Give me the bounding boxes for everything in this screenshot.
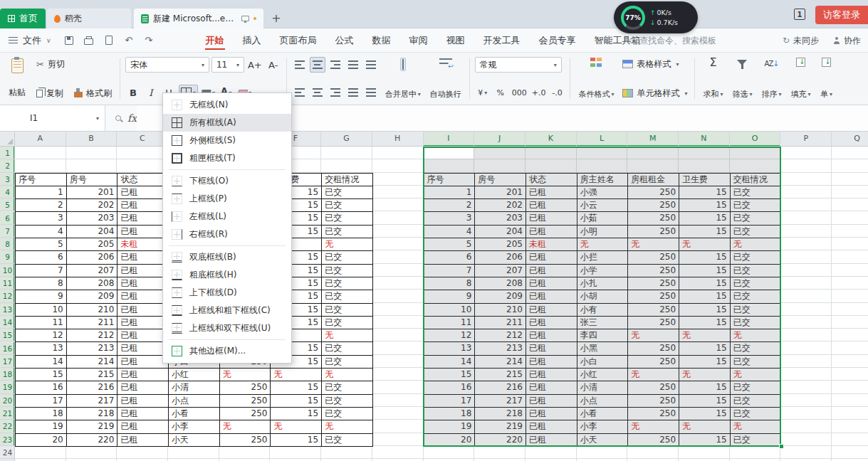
table-cell[interactable]: 204 <box>475 226 526 238</box>
table-cell[interactable]: 已租 <box>117 186 169 199</box>
table-cell[interactable]: 250 <box>220 408 271 420</box>
table-cell[interactable]: 已租 <box>526 212 577 225</box>
table-cell[interactable]: 已租 <box>117 277 169 290</box>
undo-button[interactable]: ↶ <box>122 35 135 46</box>
table-cell[interactable]: 已租 <box>526 342 577 355</box>
table-cell[interactable]: 203 <box>67 212 118 225</box>
table-cell[interactable]: 已交 <box>731 342 782 355</box>
table-cell[interactable]: 无 <box>679 329 731 342</box>
table-header-cell[interactable]: 交租情况 <box>731 174 782 186</box>
table-cell[interactable]: 无 <box>731 329 782 342</box>
file-menu[interactable]: 文件 ∨ <box>0 34 60 47</box>
table-cell[interactable]: 已交 <box>731 226 782 238</box>
home-tab[interactable]: 首页 <box>0 9 46 28</box>
menu-tab-页面布局[interactable]: 页面布局 <box>271 28 326 52</box>
table-header-cell[interactable]: 状态 <box>117 174 169 186</box>
table-cell[interactable]: 无 <box>628 238 679 251</box>
select-all-corner[interactable] <box>0 132 15 147</box>
table-cell[interactable]: 小茹 <box>577 212 629 225</box>
visitor-login-button[interactable]: 访客登录 <box>815 6 868 24</box>
table-cell[interactable]: 已租 <box>526 186 577 199</box>
row-header-12[interactable]: 12 <box>0 290 15 302</box>
row-header-17[interactable]: 17 <box>0 355 15 368</box>
table-cell[interactable]: 2 <box>424 199 476 212</box>
border-menu-item[interactable]: 双底框线(B) <box>163 248 291 266</box>
border-menu-item[interactable]: 无框线(N) <box>163 96 291 114</box>
save-button[interactable] <box>63 35 75 46</box>
table-cell[interactable]: 无 <box>679 238 731 251</box>
row-header-23[interactable]: 23 <box>0 433 15 446</box>
row-header-16[interactable]: 16 <box>0 342 15 355</box>
table-cell[interactable]: 已租 <box>526 317 577 329</box>
print-button[interactable] <box>83 35 95 46</box>
print-preview-button[interactable] <box>103 35 115 46</box>
table-cell[interactable]: 小看 <box>577 408 629 420</box>
table-cell[interactable]: 216 <box>475 381 526 394</box>
table-cell[interactable]: 220 <box>475 434 526 447</box>
table-cell[interactable]: 已租 <box>117 317 169 329</box>
conditional-format-button[interactable]: 条件格式▾ <box>575 56 617 101</box>
table-cell[interactable]: 小胡 <box>577 290 629 303</box>
menu-tab-公式[interactable]: 公式 <box>326 28 363 52</box>
row-header-13[interactable]: 13 <box>0 303 15 316</box>
table-cell[interactable]: 209 <box>475 290 526 303</box>
table-cell[interactable]: 已交 <box>731 212 782 225</box>
table-cell[interactable]: 20 <box>16 434 67 447</box>
name-box[interactable]: I1 ▾ <box>0 105 105 131</box>
table-cell[interactable]: 小学 <box>577 265 629 277</box>
table-cell[interactable]: 已租 <box>526 369 577 381</box>
table-cell[interactable]: 206 <box>67 251 118 264</box>
magnifier-icon[interactable] <box>115 115 121 121</box>
table-cell[interactable]: 8 <box>424 277 476 290</box>
table-cell[interactable]: 19 <box>16 420 67 433</box>
table-cell[interactable]: 210 <box>67 304 118 317</box>
table-cell[interactable]: 已租 <box>526 329 577 342</box>
table-cell[interactable]: 15 <box>679 317 731 329</box>
table-cell[interactable]: 15 <box>679 277 731 290</box>
align-right-button[interactable] <box>328 85 343 100</box>
active-cell[interactable] <box>424 147 474 159</box>
column-header-I[interactable]: I <box>424 132 475 147</box>
table-cell[interactable]: 已租 <box>117 342 169 355</box>
table-cell[interactable]: 206 <box>475 251 526 264</box>
row-header-24[interactable]: 24 <box>0 446 15 459</box>
network-status-pill[interactable]: 77% ↑0K/s ↓0.7K/s <box>614 1 698 33</box>
increase-font-button[interactable]: A+ <box>246 57 263 73</box>
table-cell[interactable]: 15 <box>679 381 731 394</box>
border-menu-item[interactable]: 上框线和粗下框线(C) <box>163 302 291 319</box>
border-menu-item[interactable]: 左框线(L) <box>163 208 291 226</box>
table-cell[interactable]: 已交 <box>322 186 373 199</box>
column-header-Q[interactable]: Q <box>832 132 868 147</box>
table-cell[interactable]: 217 <box>67 395 118 408</box>
table-cell[interactable]: 219 <box>67 420 118 433</box>
wrap-text-button[interactable]: 自动换行 <box>427 56 464 101</box>
table-cell[interactable]: 已租 <box>526 290 577 303</box>
table-cell[interactable]: 小强 <box>577 186 629 199</box>
table-cell[interactable]: 小有 <box>577 304 629 317</box>
row-header-15[interactable]: 15 <box>0 329 15 341</box>
table-cell[interactable]: 已交 <box>731 381 782 394</box>
table-cell[interactable]: 已租 <box>526 420 577 433</box>
window-count-badge[interactable]: 1 <box>794 9 805 20</box>
table-cell[interactable]: 10 <box>16 304 67 317</box>
border-menu-item[interactable]: 粗底框线(H) <box>163 266 291 284</box>
column-header-P[interactable]: P <box>781 132 832 147</box>
table-cell[interactable]: 215 <box>475 369 526 381</box>
table-cell[interactable]: 15 <box>271 395 322 408</box>
paste-button[interactable]: 粘贴 <box>4 56 30 101</box>
table-cell[interactable]: 已交 <box>731 199 782 212</box>
table-cell[interactable]: 无 <box>322 420 373 433</box>
table-cell[interactable]: 208 <box>475 277 526 290</box>
table-cell[interactable]: 17 <box>16 395 67 408</box>
table-cell[interactable]: 已租 <box>117 329 169 342</box>
table-cell[interactable]: 207 <box>67 265 118 277</box>
table-cell[interactable]: 213 <box>475 342 526 355</box>
filter-button[interactable]: 筛选▾ <box>729 56 755 101</box>
table-cell[interactable]: 214 <box>475 356 526 369</box>
table-cell[interactable]: 已交 <box>731 186 782 199</box>
table-cell[interactable]: 无 <box>271 420 322 433</box>
table-cell[interactable]: 14 <box>424 356 476 369</box>
table-cell[interactable]: 201 <box>475 186 526 199</box>
table-cell[interactable]: 15 <box>679 226 731 238</box>
table-cell[interactable]: 250 <box>628 277 679 290</box>
